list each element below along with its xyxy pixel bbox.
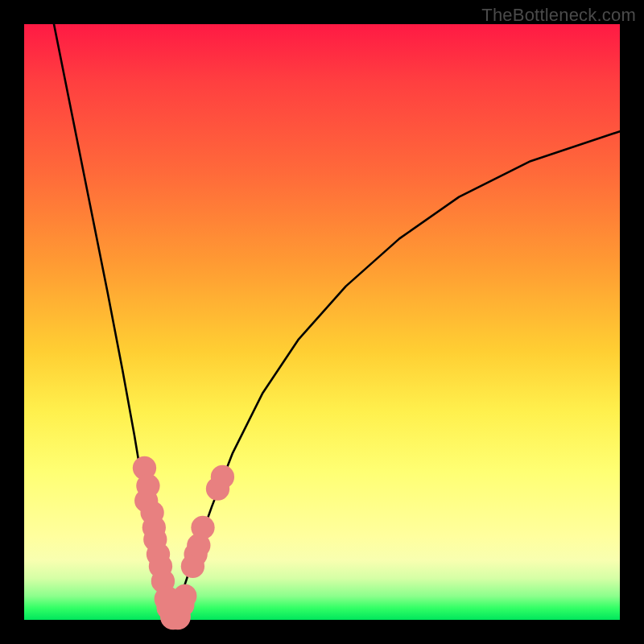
plot-area bbox=[24, 24, 620, 620]
marker-point bbox=[173, 584, 196, 608]
marker-point bbox=[211, 465, 234, 489]
marker-layer bbox=[133, 456, 234, 630]
curve-layer bbox=[54, 24, 620, 620]
marker-point bbox=[191, 516, 214, 539]
chart-svg bbox=[24, 24, 620, 620]
series-right-branch bbox=[173, 131, 620, 620]
watermark-text: TheBottleneck.com bbox=[481, 5, 636, 26]
chart-frame: TheBottleneck.com bbox=[0, 0, 644, 644]
